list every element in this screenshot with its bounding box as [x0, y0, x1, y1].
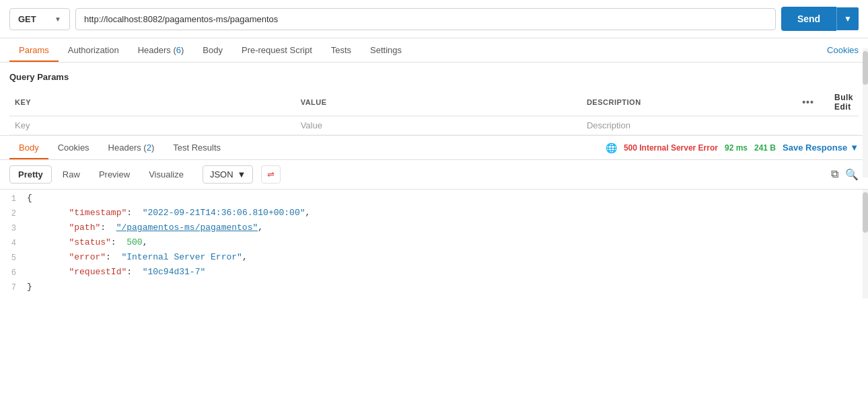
json-dropdown-chevron-icon: ▼	[238, 169, 246, 179]
response-scrollbar[interactable]	[863, 190, 868, 298]
response-size: 241 B	[754, 143, 776, 153]
cookies-link[interactable]: Cookies	[827, 38, 859, 62]
res-tab-headers[interactable]: Headers (2)	[99, 136, 164, 159]
wrap-icon: ⇌	[267, 169, 275, 179]
tab-authorization[interactable]: Authorization	[59, 38, 129, 62]
code-line-7: 7 }	[0, 281, 868, 296]
json-format-dropdown[interactable]: JSON ▼	[203, 165, 254, 184]
params-empty-row: Key Value Description	[9, 116, 859, 135]
code-line-4: 4 "status": 500,	[0, 237, 868, 251]
tab-headers[interactable]: Headers (6)	[129, 38, 194, 62]
url-input[interactable]	[75, 8, 776, 30]
response-tabs-bar: Body Cookies Headers (2) Test Results 🌐 …	[0, 136, 868, 160]
send-button-group: Send ▼	[781, 7, 859, 31]
request-tabs-bar: Params Authorization Headers (6) Body Pr…	[0, 38, 868, 63]
response-meta: 🌐 500 Internal Server Error 92 ms 241 B …	[606, 143, 859, 153]
query-params-label: Query Params	[9, 68, 859, 86]
code-line-2: 2 "timestamp": "2022-09-21T14:36:06.810+…	[0, 207, 868, 222]
code-line-5: 5 "error": "Internal Server Error",	[0, 251, 868, 266]
search-icon[interactable]: 🔍	[845, 168, 859, 181]
more-options-icon[interactable]: •••	[802, 97, 814, 108]
url-bar: GET ▼ Send ▼	[0, 0, 868, 38]
tab-settings[interactable]: Settings	[361, 38, 411, 62]
tab-body[interactable]: Body	[193, 38, 232, 62]
fmt-tab-pretty[interactable]: Pretty	[9, 165, 52, 184]
save-response-chevron-icon: ▼	[850, 143, 859, 153]
fmt-tab-raw[interactable]: Raw	[55, 166, 88, 183]
fmt-tab-visualize[interactable]: Visualize	[141, 166, 192, 183]
method-label: GET	[18, 14, 36, 24]
response-time: 92 ms	[725, 143, 748, 153]
code-line-1: 1 {	[0, 192, 868, 207]
response-status: 500 Internal Server Error	[624, 143, 718, 153]
res-tab-body[interactable]: Body	[9, 136, 48, 159]
copy-icon[interactable]: ⧉	[831, 168, 838, 181]
top-scrollbar[interactable]	[863, 48, 868, 177]
top-scrollbar-thumb	[863, 51, 868, 85]
col-header-bulk-edit[interactable]: Bulk Edit	[829, 89, 859, 116]
col-header-description: DESCRIPTION	[581, 89, 787, 116]
query-params-section: Query Params KEY VALUE DESCRIPTION •••	[0, 63, 868, 135]
method-dropdown[interactable]: GET ▼	[9, 8, 70, 30]
word-wrap-button[interactable]: ⇌	[261, 165, 281, 184]
fmt-tab-preview[interactable]: Preview	[91, 166, 138, 183]
key-input-cell[interactable]: Key	[9, 116, 295, 135]
save-response-button[interactable]: Save Response ▼	[783, 143, 859, 153]
code-line-6: 6 "requestId": "10c94d31-7"	[0, 266, 868, 281]
tab-tests[interactable]: Tests	[322, 38, 361, 62]
response-section: Body Cookies Headers (2) Test Results 🌐 …	[0, 135, 868, 298]
value-input-cell[interactable]: Value	[295, 116, 581, 135]
format-right-icons: ⧉ 🔍	[831, 168, 859, 181]
response-body-code: 1 { 2 "timestamp": "2022-09-21T14:36:06.…	[0, 190, 868, 298]
send-dropdown-button[interactable]: ▼	[836, 7, 859, 30]
tab-pre-request-script[interactable]: Pre-request Script	[232, 38, 322, 62]
col-header-key: KEY	[9, 89, 295, 116]
col-header-more: •••	[787, 89, 829, 116]
globe-icon: 🌐	[606, 143, 617, 153]
params-table: KEY VALUE DESCRIPTION ••• Bulk Edit	[9, 89, 859, 135]
col-header-value: VALUE	[295, 89, 581, 116]
res-tab-cookies[interactable]: Cookies	[48, 136, 99, 159]
tab-params[interactable]: Params	[9, 38, 59, 62]
code-line-3: 3 "path": "/pagamentos-ms/pagamentos",	[0, 222, 868, 237]
send-button[interactable]: Send	[781, 7, 836, 31]
method-chevron-icon: ▼	[55, 15, 61, 23]
response-scrollbar-thumb	[863, 192, 868, 233]
res-tab-test-results[interactable]: Test Results	[164, 136, 230, 159]
desc-input-cell[interactable]: Description	[581, 116, 787, 135]
format-bar: Pretty Raw Preview Visualize JSON ▼ ⇌ ⧉ …	[0, 160, 868, 190]
